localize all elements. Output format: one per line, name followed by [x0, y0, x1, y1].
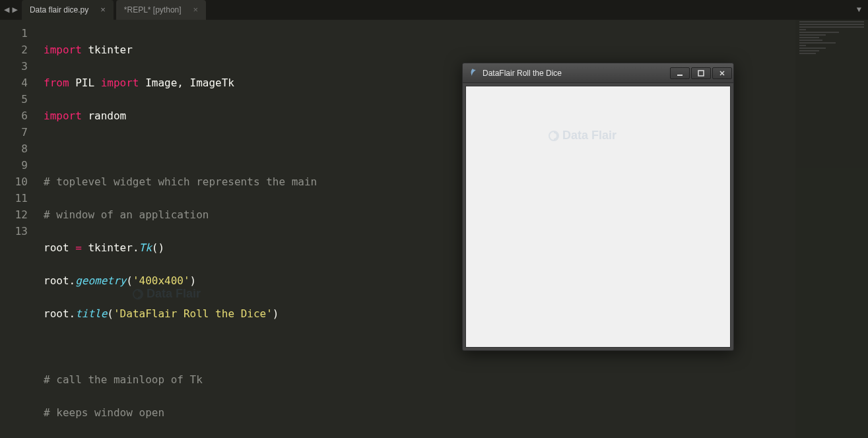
tok: '400x400' [133, 274, 190, 287]
close-icon[interactable]: × [193, 5, 199, 15]
kw: import [44, 44, 82, 56]
tk-window[interactable]: DataFlair Roll the Dice [462, 63, 734, 351]
tok: () [152, 241, 164, 254]
tok: tkinter [82, 44, 133, 56]
tok: random [82, 110, 126, 122]
line-number: 9 [0, 157, 28, 173]
watermark: Data Flair [548, 129, 617, 142]
watermark-text: Data Flair [147, 287, 201, 301]
line-number: 1 [0, 25, 28, 42]
line-number: 10 [0, 173, 28, 190]
line-number: 6 [0, 108, 28, 124]
tok: . [133, 241, 139, 254]
nav-forward-icon[interactable]: ▶ [12, 4, 17, 15]
tok: root [44, 274, 69, 287]
tab-active-label: Data flair dice.py [30, 5, 88, 15]
svg-rect-0 [677, 75, 683, 76]
line-number: 13 [0, 223, 28, 239]
tok: PIL [69, 77, 101, 89]
kw: import [101, 77, 139, 89]
line-number: 3 [0, 58, 28, 75]
comment: # toplevel widget which represents the m… [44, 175, 323, 188]
tok: tkinter [82, 241, 133, 254]
line-number: 8 [0, 141, 28, 157]
kw: from [44, 77, 69, 89]
tok: ) [190, 274, 197, 287]
tab-repl-label: *REPL* [python] [124, 5, 182, 15]
tok: ) [273, 307, 279, 320]
tok: Tk [139, 241, 152, 254]
tab-active[interactable]: Data flair dice.py × [22, 0, 114, 20]
tok: = [75, 241, 82, 254]
comment: # call the mainloop of Tk [44, 373, 203, 386]
kw: import [44, 110, 82, 122]
nav-arrows: ◀ ▶ [0, 4, 22, 15]
tok: . [69, 274, 76, 287]
line-number: 7 [0, 124, 28, 141]
line-gutter: 1 2 3 4 5 6 7 8 9 10 11 12 13 [0, 20, 34, 438]
tok: . [69, 307, 76, 320]
tok: title [75, 307, 107, 320]
tk-client-area [465, 86, 731, 348]
tab-repl[interactable]: *REPL* [python] × [116, 0, 206, 20]
editor-area: 1 2 3 4 5 6 7 8 9 10 11 12 13 import tki… [0, 20, 868, 438]
line-number: 4 [0, 75, 28, 91]
line-number: 12 [0, 206, 28, 223]
menu-dropdown-icon[interactable]: ▼ [857, 5, 861, 15]
close-icon[interactable]: × [100, 5, 106, 15]
comment: # keeps window open [44, 406, 164, 419]
tk-feather-icon [468, 68, 479, 78]
tab-bar: ◀ ▶ Data flair dice.py × *REPL* [python]… [0, 0, 868, 20]
tok: Image, ImageTk [139, 77, 235, 89]
tk-titlebar[interactable]: DataFlair Roll the Dice [463, 63, 733, 83]
svg-rect-1 [698, 71, 704, 76]
watermark-text: Data Flair [562, 129, 617, 142]
code-body[interactable]: import tkinter from PIL import Image, Im… [34, 20, 868, 438]
line-number: 5 [0, 91, 28, 108]
window-controls [670, 67, 732, 79]
tk-window-title: DataFlair Roll the Dice [483, 69, 670, 78]
tok: 'DataFlair Roll the Dice' [114, 307, 273, 320]
minimize-button[interactable] [670, 67, 690, 79]
tok: ( [107, 307, 114, 320]
close-button[interactable] [712, 67, 732, 79]
tok: ( [126, 274, 133, 287]
tok: geometry [75, 274, 126, 287]
comment: # window of an application [44, 208, 209, 221]
line-number: 2 [0, 42, 28, 58]
minimap[interactable] [795, 20, 868, 438]
nav-back-icon[interactable]: ◀ [4, 4, 9, 15]
maximize-button[interactable] [691, 67, 711, 79]
tok: root [44, 241, 75, 254]
line-number: 11 [0, 190, 28, 206]
watermark: Data Flair [132, 287, 201, 301]
tok: root [44, 307, 69, 320]
